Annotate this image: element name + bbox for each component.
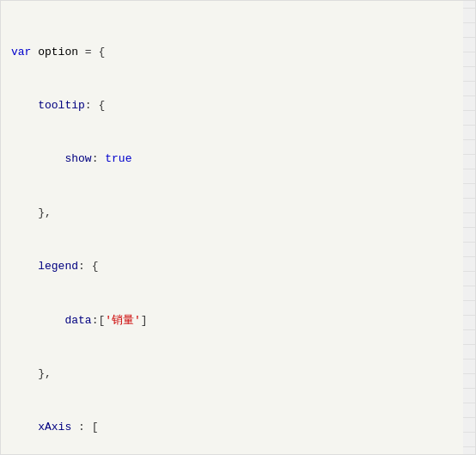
line-7: }, xyxy=(11,366,465,384)
code-content: var option = { tooltip: { show: true }, … xyxy=(11,8,465,455)
line-1: var option = { xyxy=(11,44,465,62)
line-8: xAxis : [ xyxy=(11,419,465,437)
code-editor: var option = { tooltip: { show: true }, … xyxy=(0,0,476,455)
line-5: legend: { xyxy=(11,258,465,276)
line-6: data:['销量'] xyxy=(11,312,465,330)
line-3: show: true xyxy=(11,151,465,169)
line-2: tooltip: { xyxy=(11,97,465,115)
line-4: }, xyxy=(11,205,465,223)
